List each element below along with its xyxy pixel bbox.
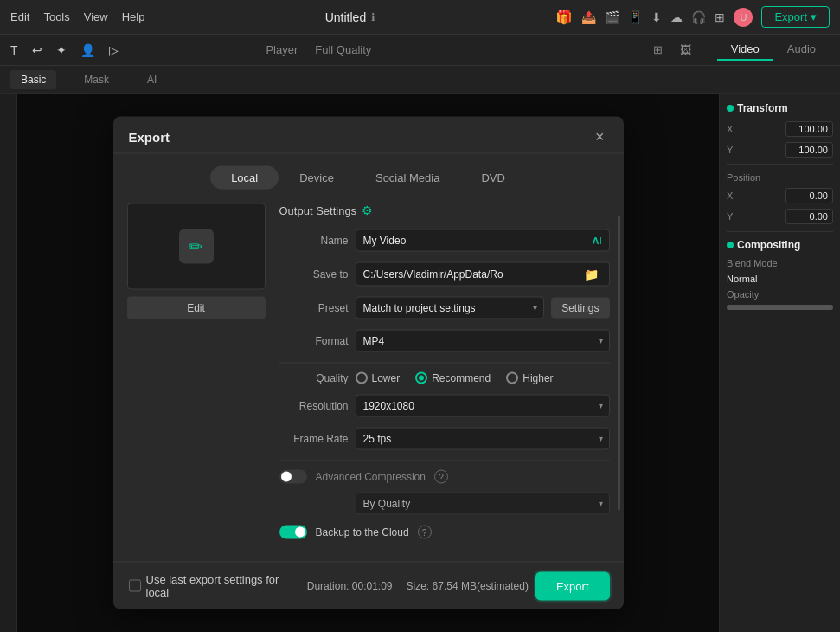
tab-audio[interactable]: Audio — [773, 39, 830, 61]
last-settings-checkbox[interactable] — [129, 580, 141, 592]
quality-row: Quality Lower Recommend — [279, 372, 610, 384]
backup-toggle-knob — [295, 527, 305, 538]
backup-help-icon[interactable]: ? — [418, 526, 432, 539]
quality-lower-radio[interactable] — [356, 372, 368, 384]
resolution-select-wrapper: 1920x1080 ▾ — [356, 395, 610, 417]
text-tool[interactable]: T — [10, 43, 18, 57]
quality-recommend-radio[interactable] — [415, 372, 427, 384]
preset-select-wrapper: Match to project settings ▾ — [356, 297, 545, 319]
effects-tool[interactable]: 👤 — [80, 43, 95, 57]
advanced-compression-row: Advanced Compression ? — [279, 470, 610, 484]
modal-close-button[interactable]: × — [592, 129, 608, 145]
gift-icon[interactable]: 🎁 — [555, 9, 573, 25]
modal-header: Export × — [113, 117, 624, 154]
folder-browse-button[interactable]: 📁 — [580, 268, 602, 281]
grid-icon[interactable]: ⊞ — [715, 10, 725, 24]
position-row: Position — [727, 172, 833, 183]
last-settings-row: Use last export settings for local — [129, 573, 298, 599]
capture-icon[interactable]: 🎬 — [605, 10, 619, 24]
advanced-help-icon[interactable]: ? — [434, 470, 448, 484]
scroll-indicator — [618, 215, 620, 510]
upload-icon[interactable]: ☁ — [670, 10, 683, 24]
tab-video[interactable]: Video — [717, 39, 773, 61]
menu-view[interactable]: View — [84, 10, 108, 23]
tab-player[interactable]: Player — [266, 40, 298, 60]
sticker-tool[interactable]: ▷ — [109, 43, 119, 57]
resolution-select[interactable]: 1920x1080 — [356, 395, 610, 417]
pos-x-input[interactable] — [785, 188, 833, 203]
save-to-row: Save to 📁 — [279, 262, 610, 287]
divider-1 — [279, 363, 610, 364]
edit-thumbnail-button[interactable]: Edit — [127, 297, 266, 319]
scale-y-label: Y — [727, 145, 733, 155]
right-properties-panel: Transform X Y Position X Y Compositing B… — [719, 94, 840, 632]
duration-info: Duration: 00:01:09 — [307, 580, 393, 592]
title-area: Untitled ℹ — [158, 10, 542, 24]
backup-label: Backup to the Cloud — [316, 526, 409, 538]
tab-full-quality[interactable]: Full Quality — [315, 40, 371, 60]
quality-recommend[interactable]: Recommend — [415, 372, 491, 384]
frame-rate-row: Frame Rate 25 fps ▾ — [279, 428, 610, 450]
share-icon[interactable]: 📤 — [581, 10, 596, 24]
settings-section: Output Settings ⚙ Name AI Save to — [279, 203, 610, 548]
menu-tools[interactable]: Tools — [43, 10, 69, 23]
shape-tool[interactable]: ✦ — [56, 43, 67, 57]
right-panel-tabs: ⊞ 🖼 — [644, 40, 700, 60]
backup-toggle[interactable] — [279, 526, 307, 539]
download-icon[interactable]: ⬇ — [651, 10, 662, 24]
tool-icons: T ↩ ✦ 👤 ▷ — [10, 43, 248, 57]
save-to-input[interactable] — [363, 268, 580, 281]
advanced-compression-label: Advanced Compression — [316, 471, 426, 483]
name-input[interactable] — [363, 235, 593, 247]
name-input-wrapper: AI — [356, 229, 610, 252]
tab-grid[interactable]: ⊞ — [644, 40, 671, 60]
pos-y-input[interactable] — [785, 209, 833, 224]
format-select[interactable]: MP4 — [356, 330, 610, 352]
scale-y-input[interactable] — [785, 142, 833, 158]
phone-icon[interactable]: 📱 — [628, 10, 643, 24]
tab-mask[interactable]: Mask — [74, 70, 119, 89]
by-quality-row: By Quality ▾ — [356, 493, 610, 515]
preset-settings-button[interactable]: Settings — [551, 298, 609, 319]
modal-tab-social[interactable]: Social Media — [355, 166, 460, 190]
arrow-tool[interactable]: ↩ — [32, 43, 42, 57]
opacity-slider[interactable] — [727, 305, 833, 310]
topbar: Edit Tools View Help Untitled ℹ 🎁 📤 🎬 📱 … — [0, 0, 840, 35]
resolution-row: Resolution 1920x1080 ▾ — [279, 395, 610, 417]
modal-tab-local[interactable]: Local — [210, 166, 279, 190]
thumbnail-preview: ✏ — [127, 203, 266, 290]
transform-title: Transform — [727, 102, 833, 114]
quality-higher[interactable]: Higher — [506, 372, 553, 384]
tab-image[interactable]: 🖼 — [671, 40, 700, 60]
scale-x-input[interactable] — [785, 121, 833, 137]
quality-lower[interactable]: Lower — [356, 372, 401, 384]
topbar-icons: 🎁 📤 🎬 📱 ⬇ ☁ 🎧 ⊞ U Export ▾ — [555, 6, 830, 28]
menu-help[interactable]: Help — [122, 10, 145, 23]
ai-badge: AI — [593, 235, 602, 246]
output-settings-icon: ⚙ — [362, 203, 373, 217]
advanced-compression-toggle[interactable] — [279, 470, 307, 484]
by-quality-select[interactable]: By Quality — [356, 493, 610, 515]
headset-icon[interactable]: 🎧 — [691, 10, 706, 24]
quality-higher-radio[interactable] — [506, 372, 518, 384]
tab-ai[interactable]: AI — [137, 70, 167, 89]
export-final-button[interactable]: Export — [537, 573, 608, 598]
name-row: Name AI — [279, 229, 610, 252]
prop-divider-1 — [727, 164, 833, 165]
modal-footer: Use last export settings for local Durat… — [113, 562, 624, 609]
preset-select[interactable]: Match to project settings — [356, 297, 545, 319]
frame-rate-select[interactable]: 25 fps — [356, 428, 610, 450]
tab-basic[interactable]: Basic — [10, 70, 56, 89]
format-row: Format MP4 ▾ — [279, 330, 610, 352]
menu-bar: Edit Tools View Help — [10, 10, 144, 23]
modal-tab-dvd[interactable]: DVD — [460, 166, 525, 190]
resolution-label: Resolution — [279, 400, 349, 412]
menu-edit[interactable]: Edit — [10, 10, 29, 23]
modal-tab-device[interactable]: Device — [279, 166, 355, 190]
center-content: Export × Local Device Social Media DVD ✏… — [17, 94, 719, 632]
divider-2 — [279, 461, 610, 461]
export-top-button[interactable]: Export ▾ — [761, 6, 830, 28]
pos-y-row: Y — [727, 209, 833, 224]
avatar[interactable]: U — [734, 8, 753, 27]
pos-x-row: X — [727, 188, 833, 203]
